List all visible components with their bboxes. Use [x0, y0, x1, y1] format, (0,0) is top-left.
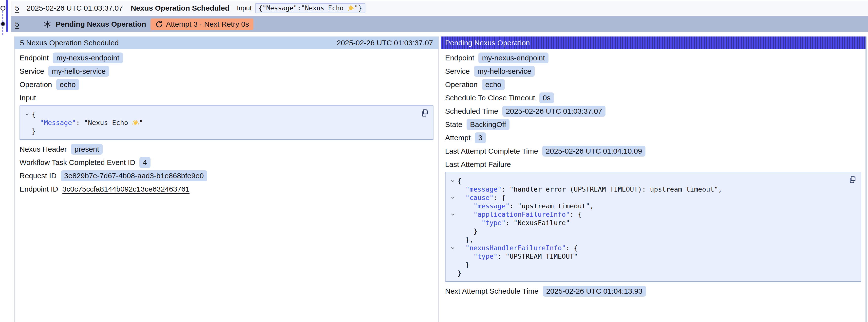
field-value-badge: my-nexus-endpoint: [53, 53, 123, 63]
field-scheduled-time: Scheduled Time 2025-02-26 UTC 01:03:37.0…: [445, 106, 861, 117]
field-nexus-header: Nexus Header present: [20, 144, 434, 155]
json-line: "message": "upstream timeout",: [448, 202, 846, 210]
json-line: },: [448, 235, 846, 244]
field-endpoint: Endpoint my-nexus-endpoint: [445, 53, 861, 63]
field-operation: Operation echo: [20, 79, 434, 90]
chevron-down-icon: [450, 195, 456, 200]
pending-operation-header: Pending Nexus Operation: [441, 36, 866, 49]
field-next-attempt-schedule-time: Next Attempt Schedule Time 2025-02-26 UT…: [445, 286, 861, 297]
json-line: "message": "handler error (UPSTREAM_TIME…: [448, 185, 846, 194]
timeline-node-filled-icon: [0, 22, 5, 26]
field-service: Service my-hello-service: [445, 66, 861, 77]
json-collapse-toggle: [448, 202, 458, 210]
field-request-id: Request ID 3e829b7e-7d67-4b08-aad3-b1e86…: [20, 170, 434, 181]
json-collapse-toggle: [448, 261, 458, 269]
field-last-attempt-complete-time: Last Attempt Complete Time 2025-02-26 UT…: [445, 146, 861, 157]
field-input-label: Input: [20, 93, 434, 103]
field-state: State BackingOff: [445, 119, 861, 130]
input-json-viewer: { "Message": "Nexus Echo "}: [20, 105, 434, 140]
endpoint-id-link[interactable]: 3c0c75ccfa8144b092c13ce632463761: [62, 185, 189, 193]
json-line: "applicationFailureInfo": {: [448, 210, 846, 219]
field-value-badge: 0s: [539, 93, 554, 103]
field-value-badge: 2025-02-26 UTC 01:04:13.93: [543, 286, 646, 297]
json-line: "type": "NexusFailure": [448, 219, 846, 227]
chevron-down-icon: [450, 245, 456, 251]
retry-arrow-icon: [155, 20, 163, 28]
json-line: "nexusHandlerFailureInfo": {: [448, 244, 846, 252]
json-line: "Message": "Nexus Echo ": [23, 119, 418, 127]
json-line: "cause": {: [448, 194, 846, 202]
json-line: }: [448, 269, 846, 278]
chevron-down-icon: [24, 112, 30, 117]
event-input-preview-chip: {"Message":"Nexus Echo "}: [255, 3, 365, 13]
json-collapse-toggle: [448, 227, 458, 235]
event-input-label: Input: [237, 4, 252, 12]
timeline-node-open-icon: [0, 6, 5, 10]
event-group-accent-bar: [6, 0, 8, 32]
field-value-badge: echo: [482, 79, 505, 90]
attempt-retry-text: Attempt 3 · Next Retry 0s: [166, 20, 249, 28]
json-line: }: [23, 127, 418, 135]
field-value-badge: echo: [56, 79, 79, 90]
event-id-link[interactable]: 5: [15, 4, 19, 12]
field-attempt: Attempt 3: [445, 132, 861, 143]
field-value-badge: present: [71, 144, 103, 155]
pending-operation-title: Pending Nexus Operation: [445, 39, 530, 47]
json-line: "type": "UPSTREAM_TIMEOUT": [448, 252, 846, 261]
field-value-badge: BackingOff: [467, 119, 509, 130]
field-value-badge: 3e829b7e-7d67-4b08-aad3-b1e868bfe9e0: [61, 170, 207, 181]
field-value-badge: my-nexus-endpoint: [478, 53, 548, 63]
field-endpoint: Endpoint my-nexus-endpoint: [20, 53, 434, 63]
event-row-pending[interactable]: 5 Pending Nexus Operation Attempt 3 · Ne…: [11, 16, 868, 32]
attempt-retry-badge: Attempt 3 · Next Retry 0s: [151, 19, 253, 30]
json-collapse-toggle: [23, 127, 32, 135]
json-collapse-toggle[interactable]: [448, 177, 458, 185]
event-detail-timestamp: 2025-02-26 UTC 01:03:37.07: [337, 39, 433, 47]
json-line: {: [448, 177, 846, 185]
event-timestamp: 2025-02-26 UTC 01:03:37.07: [27, 4, 123, 12]
field-service: Service my-hello-service: [20, 66, 434, 77]
event-id-link[interactable]: 5: [15, 20, 19, 28]
json-collapse-toggle: [448, 269, 458, 278]
event-title: Nexus Operation Scheduled: [131, 4, 229, 12]
json-line: {: [23, 110, 418, 119]
field-value-badge: 4: [140, 157, 151, 168]
field-schedule-to-close-timeout: Schedule To Close Timeout 0s: [445, 93, 861, 103]
field-value-badge: 3: [475, 132, 486, 143]
event-row-scheduled[interactable]: 5 2025-02-26 UTC 01:03:37.07 Nexus Opera…: [11, 1, 868, 15]
json-collapse-toggle[interactable]: [448, 194, 458, 202]
json-collapse-toggle[interactable]: [23, 110, 32, 119]
waving-hand-emoji: [347, 5, 354, 12]
chevron-down-icon: [450, 178, 456, 184]
field-value-badge: my-hello-service: [49, 66, 109, 77]
waving-hand-emoji: [132, 120, 139, 127]
pending-asterisk-icon: [43, 20, 52, 29]
failure-json-viewer: { "message": "handler error (UPSTREAM_TI…: [445, 172, 861, 282]
field-value-badge: my-hello-service: [474, 66, 535, 77]
json-collapse-toggle: [448, 185, 458, 194]
field-last-attempt-failure-label: Last Attempt Failure: [445, 159, 861, 170]
json-collapse-toggle[interactable]: [448, 244, 458, 252]
json-collapse-toggle: [448, 252, 458, 261]
input-json-code: { "Message": "Nexus Echo "}: [23, 110, 418, 135]
event-detail-title: 5 Nexus Operation Scheduled: [20, 39, 119, 47]
event-detail-header: 5 Nexus Operation Scheduled 2025-02-26 U…: [14, 36, 438, 49]
failure-json-code: { "message": "handler error (UPSTREAM_TI…: [448, 177, 846, 278]
event-history-view: 5 2025-02-26 UTC 01:03:37.07 Nexus Opera…: [0, 0, 868, 322]
json-collapse-toggle[interactable]: [448, 210, 458, 219]
chevron-down-icon: [450, 212, 456, 217]
json-collapse-toggle: [448, 235, 458, 244]
field-workflow-task-completed-event-id: Workflow Task Completed Event ID 4: [20, 157, 434, 168]
field-endpoint-id: Endpoint ID 3c0c75ccfa8144b092c13ce63246…: [20, 184, 434, 195]
json-line: }: [448, 261, 846, 269]
copy-icon[interactable]: [848, 175, 857, 184]
field-value-badge: 2025-02-26 UTC 01:04:10.09: [542, 146, 646, 157]
copy-icon[interactable]: [421, 109, 429, 118]
event-detail-panel: 5 Nexus Operation Scheduled 2025-02-26 U…: [14, 36, 439, 322]
pending-operation-panel: Pending Nexus Operation Endpoint my-nexu…: [441, 36, 867, 322]
json-collapse-toggle: [448, 219, 458, 227]
field-value-badge: 2025-02-26 UTC 01:03:37.07: [502, 106, 606, 117]
field-operation: Operation echo: [445, 79, 861, 90]
json-collapse-toggle: [23, 119, 32, 127]
pending-event-title: Pending Nexus Operation: [56, 20, 146, 28]
